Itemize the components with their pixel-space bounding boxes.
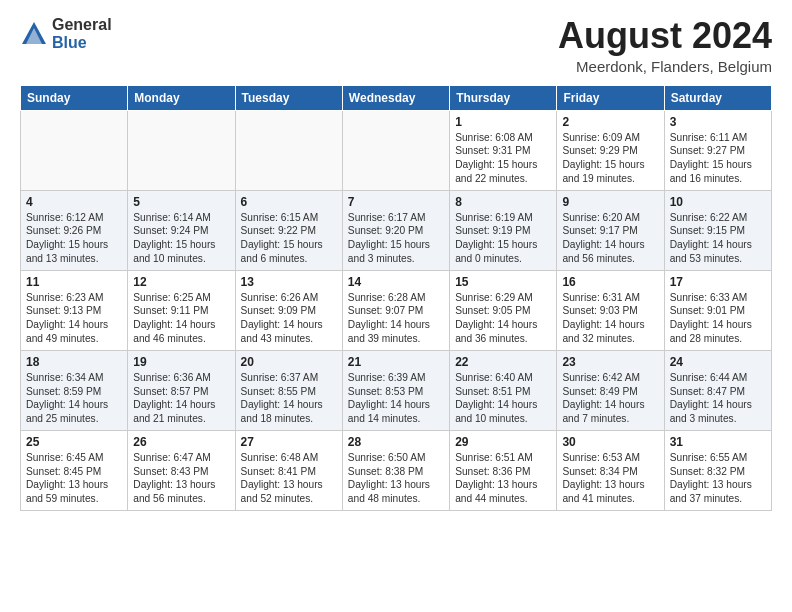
table-row: 26Sunrise: 6:47 AMSunset: 8:43 PMDayligh… [128, 430, 235, 510]
header: General Blue August 2024 Meerdonk, Fland… [20, 16, 772, 75]
table-row: 29Sunrise: 6:51 AMSunset: 8:36 PMDayligh… [450, 430, 557, 510]
day-number: 7 [348, 195, 444, 209]
day-number: 14 [348, 275, 444, 289]
day-number: 3 [670, 115, 766, 129]
day-info: Sunrise: 6:17 AMSunset: 9:20 PMDaylight:… [348, 211, 444, 266]
day-number: 25 [26, 435, 122, 449]
day-number: 15 [455, 275, 551, 289]
logo-blue: Blue [52, 34, 112, 52]
calendar-week-row: 4Sunrise: 6:12 AMSunset: 9:26 PMDaylight… [21, 190, 772, 270]
day-number: 18 [26, 355, 122, 369]
calendar-week-row: 25Sunrise: 6:45 AMSunset: 8:45 PMDayligh… [21, 430, 772, 510]
day-info: Sunrise: 6:51 AMSunset: 8:36 PMDaylight:… [455, 451, 551, 506]
day-info: Sunrise: 6:44 AMSunset: 8:47 PMDaylight:… [670, 371, 766, 426]
table-row: 9Sunrise: 6:20 AMSunset: 9:17 PMDaylight… [557, 190, 664, 270]
col-monday: Monday [128, 85, 235, 110]
table-row [128, 110, 235, 190]
col-wednesday: Wednesday [342, 85, 449, 110]
table-row: 7Sunrise: 6:17 AMSunset: 9:20 PMDaylight… [342, 190, 449, 270]
day-number: 20 [241, 355, 337, 369]
table-row: 16Sunrise: 6:31 AMSunset: 9:03 PMDayligh… [557, 270, 664, 350]
table-row: 27Sunrise: 6:48 AMSunset: 8:41 PMDayligh… [235, 430, 342, 510]
table-row: 15Sunrise: 6:29 AMSunset: 9:05 PMDayligh… [450, 270, 557, 350]
day-info: Sunrise: 6:53 AMSunset: 8:34 PMDaylight:… [562, 451, 658, 506]
day-info: Sunrise: 6:33 AMSunset: 9:01 PMDaylight:… [670, 291, 766, 346]
day-info: Sunrise: 6:31 AMSunset: 9:03 PMDaylight:… [562, 291, 658, 346]
table-row: 30Sunrise: 6:53 AMSunset: 8:34 PMDayligh… [557, 430, 664, 510]
day-info: Sunrise: 6:08 AMSunset: 9:31 PMDaylight:… [455, 131, 551, 186]
table-row [342, 110, 449, 190]
day-number: 9 [562, 195, 658, 209]
calendar-week-row: 11Sunrise: 6:23 AMSunset: 9:13 PMDayligh… [21, 270, 772, 350]
day-number: 10 [670, 195, 766, 209]
day-number: 4 [26, 195, 122, 209]
table-row: 23Sunrise: 6:42 AMSunset: 8:49 PMDayligh… [557, 350, 664, 430]
day-info: Sunrise: 6:28 AMSunset: 9:07 PMDaylight:… [348, 291, 444, 346]
table-row: 19Sunrise: 6:36 AMSunset: 8:57 PMDayligh… [128, 350, 235, 430]
day-number: 2 [562, 115, 658, 129]
table-row: 2Sunrise: 6:09 AMSunset: 9:29 PMDaylight… [557, 110, 664, 190]
table-row: 31Sunrise: 6:55 AMSunset: 8:32 PMDayligh… [664, 430, 771, 510]
table-row: 25Sunrise: 6:45 AMSunset: 8:45 PMDayligh… [21, 430, 128, 510]
day-info: Sunrise: 6:50 AMSunset: 8:38 PMDaylight:… [348, 451, 444, 506]
table-row: 3Sunrise: 6:11 AMSunset: 9:27 PMDaylight… [664, 110, 771, 190]
table-row: 24Sunrise: 6:44 AMSunset: 8:47 PMDayligh… [664, 350, 771, 430]
table-row: 13Sunrise: 6:26 AMSunset: 9:09 PMDayligh… [235, 270, 342, 350]
day-number: 29 [455, 435, 551, 449]
col-tuesday: Tuesday [235, 85, 342, 110]
table-row: 6Sunrise: 6:15 AMSunset: 9:22 PMDaylight… [235, 190, 342, 270]
table-row: 4Sunrise: 6:12 AMSunset: 9:26 PMDaylight… [21, 190, 128, 270]
calendar-week-row: 18Sunrise: 6:34 AMSunset: 8:59 PMDayligh… [21, 350, 772, 430]
day-info: Sunrise: 6:47 AMSunset: 8:43 PMDaylight:… [133, 451, 229, 506]
table-row: 22Sunrise: 6:40 AMSunset: 8:51 PMDayligh… [450, 350, 557, 430]
day-number: 11 [26, 275, 122, 289]
day-number: 27 [241, 435, 337, 449]
day-info: Sunrise: 6:26 AMSunset: 9:09 PMDaylight:… [241, 291, 337, 346]
col-friday: Friday [557, 85, 664, 110]
day-info: Sunrise: 6:14 AMSunset: 9:24 PMDaylight:… [133, 211, 229, 266]
day-number: 30 [562, 435, 658, 449]
day-info: Sunrise: 6:09 AMSunset: 9:29 PMDaylight:… [562, 131, 658, 186]
title-block: August 2024 Meerdonk, Flanders, Belgium [558, 16, 772, 75]
table-row: 17Sunrise: 6:33 AMSunset: 9:01 PMDayligh… [664, 270, 771, 350]
day-info: Sunrise: 6:48 AMSunset: 8:41 PMDaylight:… [241, 451, 337, 506]
day-info: Sunrise: 6:12 AMSunset: 9:26 PMDaylight:… [26, 211, 122, 266]
day-info: Sunrise: 6:15 AMSunset: 9:22 PMDaylight:… [241, 211, 337, 266]
day-info: Sunrise: 6:37 AMSunset: 8:55 PMDaylight:… [241, 371, 337, 426]
day-info: Sunrise: 6:34 AMSunset: 8:59 PMDaylight:… [26, 371, 122, 426]
calendar-header-row: Sunday Monday Tuesday Wednesday Thursday… [21, 85, 772, 110]
calendar-table: Sunday Monday Tuesday Wednesday Thursday… [20, 85, 772, 511]
table-row: 20Sunrise: 6:37 AMSunset: 8:55 PMDayligh… [235, 350, 342, 430]
table-row: 11Sunrise: 6:23 AMSunset: 9:13 PMDayligh… [21, 270, 128, 350]
page: General Blue August 2024 Meerdonk, Fland… [0, 0, 792, 523]
table-row: 28Sunrise: 6:50 AMSunset: 8:38 PMDayligh… [342, 430, 449, 510]
day-number: 13 [241, 275, 337, 289]
logo-text: General Blue [52, 16, 112, 51]
calendar-week-row: 1Sunrise: 6:08 AMSunset: 9:31 PMDaylight… [21, 110, 772, 190]
day-info: Sunrise: 6:45 AMSunset: 8:45 PMDaylight:… [26, 451, 122, 506]
day-info: Sunrise: 6:20 AMSunset: 9:17 PMDaylight:… [562, 211, 658, 266]
day-number: 16 [562, 275, 658, 289]
day-info: Sunrise: 6:25 AMSunset: 9:11 PMDaylight:… [133, 291, 229, 346]
day-info: Sunrise: 6:55 AMSunset: 8:32 PMDaylight:… [670, 451, 766, 506]
day-info: Sunrise: 6:29 AMSunset: 9:05 PMDaylight:… [455, 291, 551, 346]
day-info: Sunrise: 6:22 AMSunset: 9:15 PMDaylight:… [670, 211, 766, 266]
day-number: 5 [133, 195, 229, 209]
logo-icon [20, 20, 48, 48]
day-number: 19 [133, 355, 229, 369]
table-row [235, 110, 342, 190]
day-number: 12 [133, 275, 229, 289]
day-info: Sunrise: 6:19 AMSunset: 9:19 PMDaylight:… [455, 211, 551, 266]
day-number: 31 [670, 435, 766, 449]
col-saturday: Saturday [664, 85, 771, 110]
day-info: Sunrise: 6:40 AMSunset: 8:51 PMDaylight:… [455, 371, 551, 426]
col-sunday: Sunday [21, 85, 128, 110]
day-number: 21 [348, 355, 444, 369]
logo-general: General [52, 16, 112, 34]
table-row: 8Sunrise: 6:19 AMSunset: 9:19 PMDaylight… [450, 190, 557, 270]
day-info: Sunrise: 6:39 AMSunset: 8:53 PMDaylight:… [348, 371, 444, 426]
col-thursday: Thursday [450, 85, 557, 110]
table-row: 14Sunrise: 6:28 AMSunset: 9:07 PMDayligh… [342, 270, 449, 350]
day-info: Sunrise: 6:36 AMSunset: 8:57 PMDaylight:… [133, 371, 229, 426]
day-number: 8 [455, 195, 551, 209]
